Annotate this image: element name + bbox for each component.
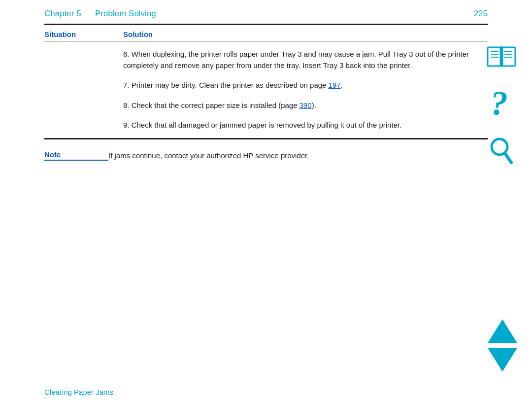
svg-text:?: ? xyxy=(491,86,508,121)
nav-arrows xyxy=(488,319,517,372)
solution-cell: 6. When duplexing, the printer rolls pap… xyxy=(123,49,488,131)
arrow-up-icon[interactable] xyxy=(488,319,517,343)
solution-item-8: 8. Check that the correct paper size is … xyxy=(123,100,488,111)
link-390[interactable]: 390 xyxy=(299,101,312,109)
note-label: Note xyxy=(44,150,108,161)
sidebar-icons: ? xyxy=(486,44,517,168)
question-icon[interactable]: ? xyxy=(489,86,514,122)
svg-line-13 xyxy=(505,153,511,163)
clearing-paper-jams-link[interactable]: Clearing Paper Jams xyxy=(44,388,113,396)
situation-cell xyxy=(44,49,123,131)
book-icon[interactable] xyxy=(486,44,517,71)
note-text: If jams continue, contact your authorize… xyxy=(108,150,309,162)
footer: Clearing Paper Jams xyxy=(44,388,113,396)
chapter-number: Chapter 5 xyxy=(44,9,81,18)
main-content: Situation Solution 6. When duplexing, th… xyxy=(0,24,532,161)
solution-header: Solution xyxy=(123,30,153,38)
section-label: Problem Solving xyxy=(95,9,156,18)
arrow-down-icon[interactable] xyxy=(488,348,517,372)
table-header: Situation Solution xyxy=(44,25,488,42)
chapter-label: Chapter 5 Problem Solving xyxy=(44,9,156,19)
solution-item-9: 9. Check that all damaged or jammed pape… xyxy=(123,120,488,131)
solution-item-6: 6. When duplexing, the printer rolls pap… xyxy=(123,49,488,71)
table-body: 6. When duplexing, the printer rolls pap… xyxy=(44,42,488,139)
link-197[interactable]: 197 xyxy=(329,81,341,89)
solution-item-7: 7. Printer may be dirty. Clean the print… xyxy=(123,80,488,91)
search-icon[interactable] xyxy=(489,137,514,168)
page-number: 225 xyxy=(474,9,488,19)
note-section: Note If jams continue, contact your auth… xyxy=(44,139,488,162)
situation-header: Situation xyxy=(44,30,123,38)
page-header: Chapter 5 Problem Solving 225 xyxy=(0,0,532,24)
